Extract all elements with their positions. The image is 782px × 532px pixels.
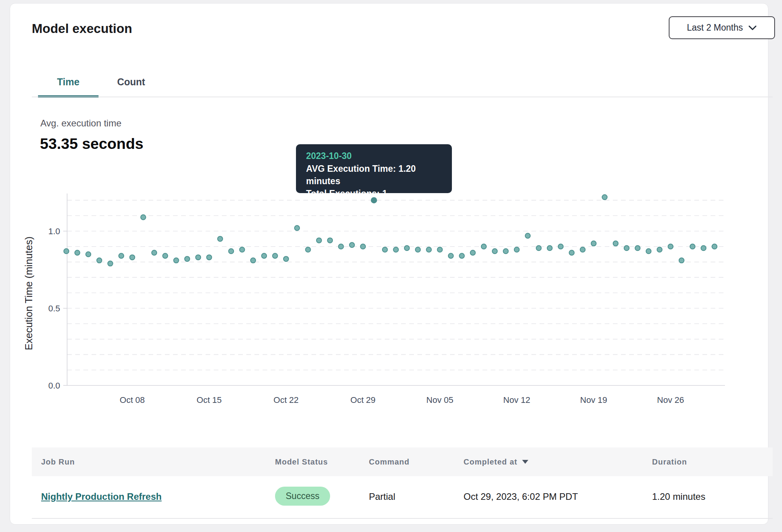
x-tick-label: Nov 12	[503, 395, 530, 405]
data-point[interactable]	[119, 253, 124, 258]
data-point[interactable]	[64, 249, 69, 254]
duration-cell: 1.20 minutes	[652, 491, 705, 502]
data-point[interactable]	[228, 249, 234, 254]
data-point[interactable]	[349, 242, 355, 247]
chevron-down-icon	[748, 25, 757, 31]
data-point[interactable]	[437, 247, 442, 252]
data-point[interactable]	[294, 226, 299, 231]
stat-value: 53.35 seconds	[40, 135, 144, 152]
data-point[interactable]	[360, 244, 365, 249]
page-background: Model execution Last 2 Months Time Count…	[0, 0, 782, 532]
data-point[interactable]	[218, 236, 223, 241]
data-point[interactable]	[679, 258, 684, 263]
data-point[interactable]	[580, 247, 585, 252]
data-point[interactable]	[668, 244, 673, 249]
data-point[interactable]	[558, 244, 563, 249]
completed-at-cell: Oct 29, 2023, 6:02 PM PDT	[464, 491, 578, 502]
y-tick-label: 1.0	[48, 226, 60, 236]
job-run-link[interactable]: Nightly Production Refresh	[41, 491, 162, 502]
data-point[interactable]	[141, 215, 146, 220]
data-point[interactable]	[635, 245, 640, 250]
data-point[interactable]	[591, 241, 596, 246]
data-point[interactable]	[624, 245, 629, 250]
data-point[interactable]	[613, 241, 618, 246]
x-tick-label: Oct 29	[350, 395, 375, 405]
data-point[interactable]	[481, 244, 486, 249]
data-point[interactable]	[415, 247, 420, 252]
data-point[interactable]	[152, 250, 157, 255]
data-point[interactable]	[536, 245, 541, 250]
data-point[interactable]	[86, 252, 91, 257]
tooltip-total-executions: Total Executions: 1	[306, 187, 442, 200]
tab-time[interactable]: Time	[38, 76, 99, 88]
sort-desc-icon	[522, 460, 528, 464]
tooltip-date: 2023-10-30	[306, 151, 442, 161]
data-point[interactable]	[393, 247, 398, 252]
data-point[interactable]	[448, 253, 453, 258]
data-point[interactable]	[317, 238, 322, 243]
column-header-completed-at-label: Completed at	[464, 447, 517, 476]
data-point[interactable]	[459, 253, 464, 258]
data-point[interactable]	[701, 245, 706, 250]
data-point[interactable]	[525, 233, 530, 238]
data-point[interactable]	[284, 256, 289, 261]
data-point[interactable]	[207, 255, 212, 260]
data-point[interactable]	[492, 249, 497, 254]
data-point[interactable]	[426, 247, 431, 252]
x-tick-label: Oct 08	[120, 395, 145, 405]
date-range-selector[interactable]: Last 2 Months	[669, 16, 775, 39]
data-point[interactable]	[547, 245, 552, 250]
x-tick-label: Oct 22	[273, 395, 299, 405]
data-point[interactable]	[382, 247, 388, 252]
data-point[interactable]	[327, 238, 332, 243]
x-tick-label: Nov 26	[657, 395, 684, 405]
data-point[interactable]	[514, 247, 519, 252]
data-point[interactable]	[174, 258, 179, 263]
command-cell: Partial	[369, 491, 395, 502]
data-point[interactable]	[75, 250, 80, 255]
x-tick-label: Oct 15	[197, 395, 222, 405]
data-point[interactable]	[404, 245, 409, 250]
stat-label: Avg. execution time	[40, 118, 121, 129]
data-point[interactable]	[646, 249, 651, 254]
data-point[interactable]	[339, 244, 344, 249]
column-header-model-status[interactable]: Model Status	[275, 447, 328, 476]
table-row-divider	[32, 518, 773, 519]
x-tick-label: Nov 19	[580, 395, 607, 405]
y-tick-label: 0.0	[48, 381, 60, 390]
tab-count[interactable]: Count	[108, 76, 154, 88]
data-point[interactable]	[196, 255, 201, 260]
column-header-duration[interactable]: Duration	[652, 447, 687, 476]
data-point[interactable]	[185, 256, 190, 261]
y-tick-label: 0.5	[48, 304, 60, 313]
data-point[interactable]	[108, 261, 113, 266]
column-header-job-run[interactable]: Job Run	[41, 447, 75, 476]
data-point[interactable]	[503, 249, 508, 254]
data-point[interactable]	[163, 253, 168, 258]
data-point[interactable]	[306, 247, 311, 252]
data-point[interactable]	[657, 247, 662, 252]
data-point[interactable]	[273, 253, 278, 258]
data-point[interactable]	[712, 244, 717, 249]
date-range-label: Last 2 Months	[687, 22, 743, 33]
tabs-divider	[32, 97, 773, 97]
x-tick-label: Nov 05	[426, 395, 453, 405]
model-status-badge: Success	[275, 487, 330, 506]
table-header-row: Job Run Model Status Command Completed a…	[32, 447, 773, 476]
data-point[interactable]	[602, 195, 607, 200]
column-header-command[interactable]: Command	[369, 447, 410, 476]
data-point[interactable]	[470, 250, 475, 255]
column-header-completed-at[interactable]: Completed at	[464, 447, 528, 476]
tooltip-avg-execution-time: AVG Execution Time: 1.20 minutes	[306, 162, 442, 187]
execution-time-scatter-chart[interactable]: 0.00.51.0Oct 08Oct 15Oct 22Oct 29Nov 05N…	[10, 174, 782, 415]
data-point[interactable]	[261, 253, 266, 258]
data-point[interactable]	[690, 244, 695, 249]
data-point[interactable]	[569, 250, 574, 255]
data-point[interactable]	[240, 247, 245, 252]
data-point[interactable]	[97, 258, 102, 263]
data-point[interactable]	[130, 255, 135, 260]
chart-tooltip: 2023-10-30 AVG Execution Time: 1.20 minu…	[296, 144, 452, 193]
data-point[interactable]	[251, 258, 256, 263]
model-execution-card: Model execution Last 2 Months Time Count…	[10, 3, 768, 525]
page-title: Model execution	[32, 21, 132, 36]
